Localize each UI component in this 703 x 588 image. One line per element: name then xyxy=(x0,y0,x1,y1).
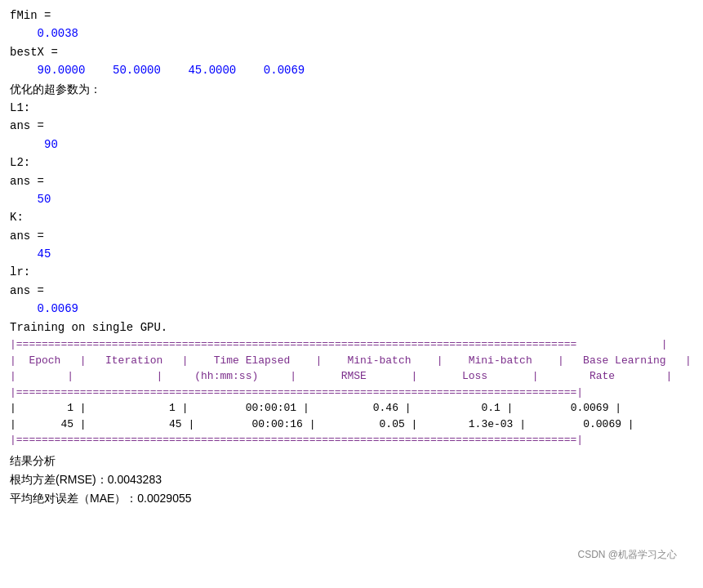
optimized-params-label: 优化的超参数为： xyxy=(10,80,693,99)
row1-time: 00:00:01 xyxy=(246,402,296,414)
l1-value-text: 90 xyxy=(10,138,58,151)
row2-epoch: 45 xyxy=(60,418,73,430)
main-container: fMin = 0.0038 bestX = 90.0000 50.0000 45… xyxy=(10,7,693,578)
rmse-label: 根均方差(RMSE)：0.0043283 xyxy=(10,470,693,489)
fmin-value-text: 0.0038 xyxy=(10,27,78,40)
row2-loss: 1.3e-03 xyxy=(469,418,514,430)
optimized-params-text: 优化的超参数为： xyxy=(10,82,101,96)
ans-label-2: ans = xyxy=(10,172,693,190)
row1-loss: 0.1 xyxy=(481,402,500,414)
ans-label-3-text: ans = xyxy=(10,229,44,243)
k-value-text: 45 xyxy=(10,247,51,261)
k-label-text: K: xyxy=(10,211,24,224)
fmin-label-text: fMin = xyxy=(10,9,51,22)
table-section: |=======================================… xyxy=(10,336,693,448)
table-header-1: | Epoch | Iteration | Time Elapsed | Min… xyxy=(10,353,693,369)
ans-label-1: ans = xyxy=(10,117,693,135)
l1-label: L1: xyxy=(10,99,693,117)
l1-label-text: L1: xyxy=(10,101,30,114)
row1-iteration: 1 xyxy=(169,402,176,414)
k-value: 45 xyxy=(10,245,693,263)
mae-label: 平均绝对误差（MAE）：0.0029055 xyxy=(10,489,693,508)
training-label: Training on single GPU. xyxy=(10,318,693,336)
ans-label-4-text: ans = xyxy=(10,284,44,297)
output-block: fMin = 0.0038 bestX = 90.0000 50.0000 45… xyxy=(10,7,693,509)
lr-value-text: 0.0069 xyxy=(10,302,78,315)
bestx-label-text: bestX = xyxy=(10,46,58,59)
row1-lr: 0.0069 xyxy=(571,402,609,414)
bestx-value: 90.0000 50.0000 45.0000 0.0069 xyxy=(10,61,693,79)
table-row-1: | 1 | 1 | 00:00:01 | 0.46 | 0.1 | 0.0069… xyxy=(10,400,693,416)
bestx-value-text: 90.0000 50.0000 45.0000 0.0069 xyxy=(10,64,305,77)
lr-label: lr: xyxy=(10,263,693,281)
results-label-text: 结果分析 xyxy=(10,454,56,467)
row1-epoch: 1 xyxy=(67,402,73,414)
table-border-bottom: |=======================================… xyxy=(10,432,693,448)
rmse-label-text: 根均方差(RMSE)：0.0043283 xyxy=(10,473,162,486)
lr-label-text: lr: xyxy=(10,265,30,278)
training-label-text: Training on single GPU. xyxy=(10,321,167,334)
table-border-top: |=======================================… xyxy=(10,336,693,353)
row2-iteration: 45 xyxy=(169,418,182,430)
ans-label-3: ans = xyxy=(10,227,693,245)
csdn-watermark: CSDN @机器学习之心 xyxy=(577,548,677,562)
l2-label: L2: xyxy=(10,154,693,172)
l2-value-text: 50 xyxy=(10,193,51,206)
ans-label-1-text: ans = xyxy=(10,119,44,132)
bestx-label: bestX = xyxy=(10,43,693,61)
lr-value: 0.0069 xyxy=(10,300,693,318)
table-row-2: | 45 | 45 | 00:00:16 | 0.05 | 1.3e-03 | … xyxy=(10,416,693,433)
k-label: K: xyxy=(10,208,693,226)
ans-label-2-text: ans = xyxy=(10,175,44,188)
results-label: 结果分析 xyxy=(10,452,693,470)
row2-time: 00:00:16 xyxy=(252,418,303,430)
mae-label-text: 平均绝对误差（MAE）：0.0029055 xyxy=(10,492,192,505)
l1-value: 90 xyxy=(10,136,693,154)
l2-value: 50 xyxy=(10,190,693,208)
fmin-label: fMin = xyxy=(10,7,693,24)
table-border-mid: |=======================================… xyxy=(10,385,693,401)
ans-label-4: ans = xyxy=(10,282,693,300)
fmin-value: 0.0038 xyxy=(10,24,693,42)
row1-rmse: 0.46 xyxy=(373,402,398,414)
row2-lr: 0.0069 xyxy=(583,418,621,430)
l2-label-text: L2: xyxy=(10,156,30,169)
row2-rmse: 0.05 xyxy=(380,418,405,430)
table-header-2: | | | (hh:mm:ss) | RMSE | Loss | Rate | xyxy=(10,368,693,385)
